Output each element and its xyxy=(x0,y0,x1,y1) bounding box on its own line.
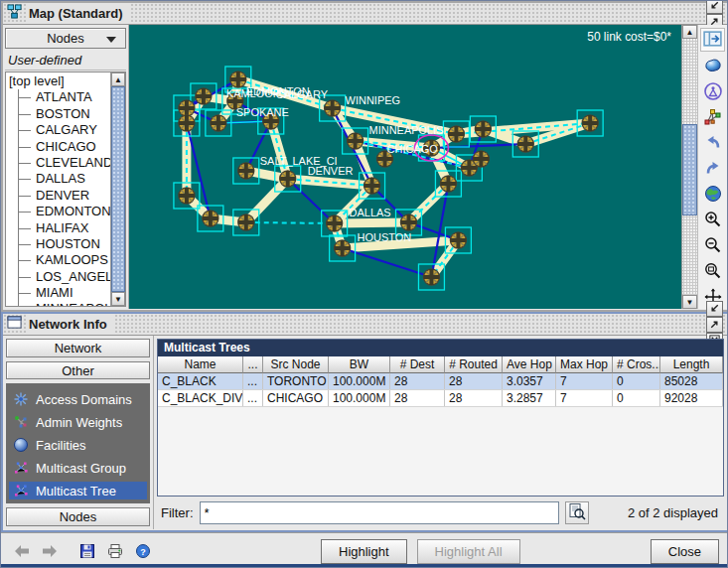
redo-icon[interactable] xyxy=(700,157,725,181)
nodes-dropdown[interactable]: Nodes xyxy=(5,28,126,49)
column-header[interactable]: ... xyxy=(243,356,263,373)
forward-icon[interactable] xyxy=(39,541,61,561)
globe-icon[interactable] xyxy=(700,182,725,206)
map-node[interactable] xyxy=(238,163,254,179)
map-node[interactable] xyxy=(475,121,491,137)
footer-toolbar: ? Highlight Highlight All Close xyxy=(1,532,728,568)
node-list-item[interactable]: CALGARY xyxy=(9,122,111,138)
tab-network[interactable]: Network xyxy=(6,339,150,357)
category-multicast-group[interactable]: Multicast Group xyxy=(9,459,147,477)
map-node[interactable] xyxy=(203,211,218,226)
scroll-up-icon[interactable]: ▲ xyxy=(682,25,697,39)
map-node[interactable] xyxy=(238,214,254,230)
scroll-up-icon[interactable]: ▲ xyxy=(111,72,125,86)
filter-search-button[interactable] xyxy=(565,501,589,524)
tab-other[interactable]: Other xyxy=(6,361,150,380)
column-header[interactable]: BW xyxy=(329,356,390,373)
close-button[interactable]: Close xyxy=(651,539,719,564)
print-icon[interactable] xyxy=(104,541,126,561)
save-icon[interactable] xyxy=(76,541,98,561)
node-list-item[interactable]: EDMONTON xyxy=(9,204,111,219)
node-list-item[interactable]: HALIFAX xyxy=(9,220,111,236)
column-header[interactable]: Max Hop xyxy=(556,356,613,373)
map-node[interactable] xyxy=(179,100,195,116)
maximize-icon[interactable] xyxy=(706,317,723,333)
panel-toggle-icon[interactable] xyxy=(700,28,725,52)
table-row[interactable]: C_BLACK...TORONTO100.000M28283.035770850… xyxy=(158,373,723,390)
column-header[interactable]: Ave Hop xyxy=(503,356,556,373)
node-list-item[interactable]: MINNEAPOLIS xyxy=(9,301,111,307)
map-link-multicast[interactable] xyxy=(246,179,288,222)
zoom-out-icon[interactable] xyxy=(700,233,725,257)
column-header[interactable]: Length xyxy=(660,356,723,373)
map-node[interactable] xyxy=(211,115,226,131)
scrollbar-thumb[interactable] xyxy=(111,86,125,292)
node-list-item[interactable]: MIAMI xyxy=(9,285,111,301)
map-node[interactable] xyxy=(423,269,439,285)
map-node[interactable] xyxy=(401,214,417,230)
highlight-all-button[interactable]: Highlight All xyxy=(417,539,520,564)
map-vertical-scrollbar[interactable]: ▲ ▼ xyxy=(681,25,697,309)
map-node[interactable] xyxy=(280,171,296,187)
node-list-scrollbar[interactable]: ▲ ▼ xyxy=(110,72,125,306)
tab-nodes[interactable]: Nodes xyxy=(6,507,150,526)
map-node[interactable] xyxy=(230,71,246,87)
category-multicast-tree[interactable]: Multicast Tree xyxy=(9,482,147,499)
help-icon[interactable]: ? xyxy=(132,541,154,561)
map-node[interactable] xyxy=(325,100,341,116)
column-header[interactable]: # Cros... xyxy=(613,356,660,373)
scroll-down-icon[interactable]: ▼ xyxy=(111,292,125,306)
category-admin-weights[interactable]: Admin Weights xyxy=(9,413,147,431)
undo-icon[interactable] xyxy=(700,131,725,155)
network-info-titlebar[interactable]: Network Info xyxy=(3,314,727,336)
table-row[interactable]: C_BLACK_DIV...CHICAGO100.000M28283.28577… xyxy=(158,390,723,407)
node-list-item[interactable]: CLEVELAND xyxy=(9,155,111,171)
map-node[interactable] xyxy=(473,151,489,167)
zoom-window-icon[interactable] xyxy=(700,259,725,283)
column-header[interactable]: # Dest xyxy=(390,356,445,373)
back-icon[interactable] xyxy=(11,541,33,561)
map-node[interactable] xyxy=(335,240,351,256)
map-node[interactable] xyxy=(364,178,380,194)
world-icon[interactable] xyxy=(700,54,725,77)
map-node[interactable] xyxy=(327,215,343,231)
restore-icon[interactable] xyxy=(706,301,723,317)
filter-input[interactable] xyxy=(200,501,560,524)
category-facilities[interactable]: Facilities xyxy=(9,436,147,454)
map-node[interactable] xyxy=(179,188,195,204)
node-list-item[interactable]: HOUSTON xyxy=(9,236,111,252)
node-list-item[interactable]: CHICAGO xyxy=(9,139,111,155)
column-header[interactable]: Name xyxy=(158,356,243,373)
highlight-button[interactable]: Highlight xyxy=(321,539,407,564)
node-list-item[interactable]: DALLAS xyxy=(9,171,111,187)
map-node[interactable] xyxy=(179,115,195,131)
map-canvas[interactable]: KAMLOOPSEDMONTONCALGARYSPOKANEWINNIPEGMI… xyxy=(129,25,681,309)
map-link-multicast[interactable] xyxy=(335,222,409,223)
network-info-main: Multicast Trees Name...Src NodeBW# Dest#… xyxy=(154,336,727,529)
map-node[interactable] xyxy=(348,133,364,149)
map-node[interactable] xyxy=(448,126,464,142)
map-node[interactable] xyxy=(450,232,466,248)
node-list-item[interactable]: ATLANTA xyxy=(9,89,111,105)
overview-icon[interactable] xyxy=(700,79,725,103)
map-node[interactable] xyxy=(440,176,456,192)
table-title: Multicast Trees xyxy=(158,340,723,356)
scroll-down-icon[interactable]: ▼ xyxy=(682,295,697,309)
column-header[interactable]: # Routed xyxy=(445,356,503,373)
node-list-item[interactable]: LOS_ANGELES xyxy=(9,269,111,285)
map-node[interactable] xyxy=(517,136,533,152)
map-titlebar[interactable]: Map (Standard) xyxy=(3,3,727,25)
category-access-domains[interactable]: Access Domains xyxy=(9,390,147,408)
node-list-item[interactable]: BOSTON xyxy=(9,106,111,122)
scrollbar-thumb[interactable] xyxy=(682,124,697,215)
node-list-item[interactable]: KAMLOOPS xyxy=(9,252,111,268)
restore-icon[interactable] xyxy=(706,0,723,14)
map-node[interactable] xyxy=(196,88,212,104)
map-node[interactable] xyxy=(582,115,598,131)
node-list-root[interactable]: [top level] xyxy=(9,73,111,89)
topology-icon[interactable] xyxy=(700,105,725,129)
node-list-item[interactable]: DENVER xyxy=(9,188,111,204)
column-header[interactable]: Src Node xyxy=(263,356,329,373)
zoom-in-icon[interactable] xyxy=(700,208,725,231)
table-header-row[interactable]: Name...Src NodeBW# Dest# RoutedAve HopMa… xyxy=(158,356,723,373)
